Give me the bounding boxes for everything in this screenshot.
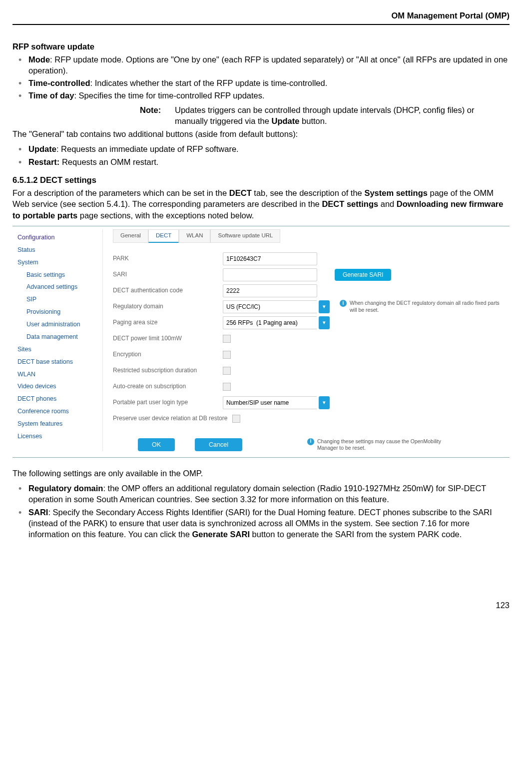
list-item: SARI: Specify the Secondary Access Right… — [27, 507, 510, 540]
list-item: Regulatory domain: the OMP offers an add… — [27, 483, 510, 505]
note-block: Note: Updates triggers can be controlled… — [12, 104, 510, 127]
sidebar-item-features[interactable]: System features — [17, 418, 102, 430]
auto-create-label: Auto-create on subscription — [113, 382, 223, 390]
info-icon: i — [340, 300, 347, 307]
paging-select[interactable] — [223, 316, 317, 329]
omp-only-list: Regulatory domain: the OMP offers an add… — [12, 483, 510, 540]
reg-domain-select[interactable] — [223, 300, 317, 313]
reg-domain-note: i When changing the DECT regulatory doma… — [340, 300, 505, 313]
sidebar-item-status[interactable]: Status — [17, 244, 102, 256]
restricted-sub-label: Restricted subscription duration — [113, 366, 223, 374]
login-type-select[interactable] — [223, 396, 317, 409]
dect-settings-heading: 6.5.1.2 DECT settings — [12, 174, 510, 185]
nav-sidebar: Configuration Status System Basic settin… — [12, 229, 102, 451]
tab-software-update-url[interactable]: Software update URL — [210, 229, 280, 243]
tab-wlan[interactable]: WLAN — [179, 229, 210, 243]
power-limit-checkbox[interactable] — [223, 335, 231, 343]
login-type-label: Portable part user login type — [113, 398, 223, 406]
sari-label: SARI — [113, 270, 223, 278]
preserve-rel-label: Preserve user device relation at DB rest… — [113, 414, 227, 422]
list-item: Update: Requests an immediate update of … — [27, 143, 510, 154]
rfp-update-list: Mode: RFP update mode. Options are "One … — [12, 54, 510, 101]
omp-screenshot: Configuration Status System Basic settin… — [12, 226, 510, 458]
restricted-sub-checkbox[interactable] — [223, 367, 231, 375]
encryption-label: Encryption — [113, 350, 223, 358]
ok-button[interactable]: OK — [138, 438, 175, 451]
note-text: Updates triggers can be controlled throu… — [175, 104, 510, 127]
list-item: Mode: RFP update mode. Options are "One … — [27, 54, 510, 76]
park-input[interactable] — [223, 252, 317, 265]
sidebar-item-user-admin[interactable]: User administration — [26, 318, 102, 331]
list-item: Restart: Requests an OMM restart. — [27, 156, 510, 167]
sidebar-item-data-mgmt[interactable]: Data management — [26, 331, 102, 343]
sidebar-item-conference[interactable]: Conference rooms — [17, 405, 102, 418]
paging-label: Paging area size — [113, 318, 223, 326]
sidebar-item-provisioning[interactable]: Provisioning — [26, 306, 102, 318]
dect-settings-para: For a description of the parameters whic… — [12, 187, 510, 221]
sidebar-item-system[interactable]: System — [17, 256, 102, 269]
sidebar-item-sip[interactable]: SIP — [26, 293, 102, 306]
tab-bar: General DECT WLAN Software update URL — [113, 229, 505, 243]
sidebar-item-configuration[interactable]: Configuration — [17, 231, 102, 244]
list-item: Time-controlled: Indicates whether the s… — [27, 77, 510, 88]
info-icon: i — [307, 438, 314, 445]
sidebar-item-licenses[interactable]: Licenses — [17, 430, 102, 443]
park-label: PARK — [113, 254, 223, 262]
page-header: OM Management Portal (OMP) — [12, 10, 510, 25]
preserve-rel-checkbox[interactable] — [232, 415, 240, 423]
settings-panel: General DECT WLAN Software update URL PA… — [102, 229, 510, 451]
auto-create-checkbox[interactable] — [223, 383, 231, 391]
sidebar-item-video[interactable]: Video devices — [17, 380, 102, 393]
note-label: Note: — [140, 104, 175, 127]
encryption-checkbox[interactable] — [223, 351, 231, 359]
chevron-down-icon[interactable]: ▾ — [319, 300, 330, 313]
generate-sari-button[interactable]: Generate SARI — [335, 269, 391, 281]
auth-code-input[interactable] — [223, 284, 317, 297]
tab-general[interactable]: General — [113, 229, 148, 243]
chevron-down-icon[interactable]: ▾ — [319, 316, 330, 329]
sidebar-item-sites[interactable]: Sites — [17, 343, 102, 356]
footer-warning: i Changing these settings may cause the … — [307, 438, 452, 451]
list-item: Time of day: Specifies the time for time… — [27, 90, 510, 101]
general-buttons-list: Update: Requests an immediate update of … — [12, 143, 510, 167]
page-number: 123 — [12, 600, 510, 611]
tab-dect[interactable]: DECT — [148, 229, 179, 243]
sidebar-item-basic-settings[interactable]: Basic settings — [26, 269, 102, 281]
general-tab-note: The "General" tab contains two additiona… — [12, 128, 510, 139]
sidebar-item-dect-phones[interactable]: DECT phones — [17, 393, 102, 405]
power-limit-label: DECT power limit 100mW — [113, 334, 223, 342]
cancel-button[interactable]: Cancel — [195, 438, 242, 451]
omp-only-para: The following settings are only availabl… — [12, 468, 510, 479]
chevron-down-icon[interactable]: ▾ — [319, 396, 330, 409]
reg-domain-label: Regulatory domain — [113, 302, 223, 310]
sidebar-item-dect-base[interactable]: DECT base stations — [17, 356, 102, 368]
sidebar-item-wlan[interactable]: WLAN — [17, 368, 102, 381]
sidebar-item-advanced-settings[interactable]: Advanced settings — [26, 281, 102, 293]
rfp-update-title: RFP software update — [12, 41, 510, 52]
auth-code-label: DECT authentication code — [113, 286, 223, 294]
sari-input[interactable] — [223, 268, 317, 281]
